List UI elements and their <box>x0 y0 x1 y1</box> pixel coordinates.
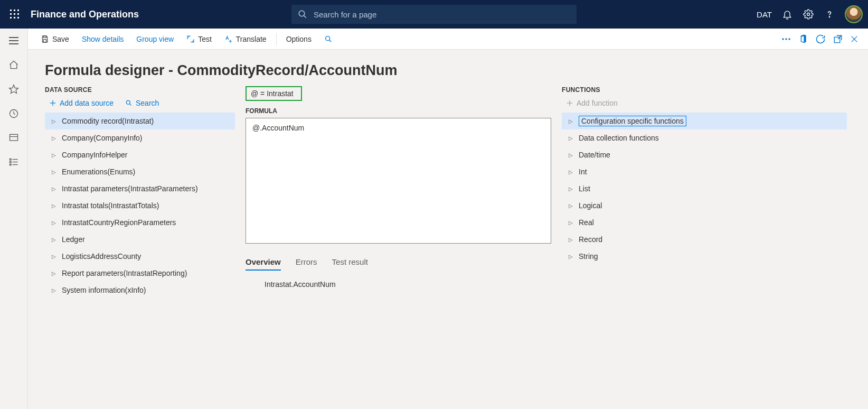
save-button[interactable]: Save <box>34 29 76 50</box>
svg-point-28 <box>326 36 330 40</box>
popout-icon[interactable] <box>833 34 843 44</box>
datasource-item-label: IntrastatCountryRegionParameters <box>62 218 176 227</box>
function-category-label: Data collection functions <box>579 134 659 142</box>
star-icon[interactable] <box>8 83 20 95</box>
svg-rect-4 <box>14 13 15 15</box>
options-button[interactable]: Options <box>280 29 318 50</box>
bell-icon[interactable] <box>781 8 793 20</box>
chevron-right-icon: ▷ <box>566 186 575 192</box>
svg-rect-3 <box>10 13 12 15</box>
datasource-item-label: Company(CompanyInfo) <box>62 134 143 142</box>
datasource-item[interactable]: ▷Ledger <box>45 231 235 248</box>
datasource-item[interactable]: ▷Company(CompanyInfo) <box>45 129 235 146</box>
app-launcher-icon[interactable] <box>5 5 24 24</box>
chevron-right-icon: ▷ <box>566 169 575 175</box>
function-category-item[interactable]: ▷Date/time <box>562 146 847 163</box>
datasource-item-label: Intrastat totals(IntrastatTotals) <box>62 201 159 210</box>
translate-button[interactable]: Translate <box>218 29 273 50</box>
svg-rect-32 <box>788 38 790 40</box>
datasource-heading: DATA SOURCE <box>45 86 235 94</box>
add-function-button: Add function <box>566 99 618 107</box>
function-category-item[interactable]: ▷Data collection functions <box>562 129 847 146</box>
svg-marker-16 <box>10 85 18 94</box>
datasource-item-label: CompanyInfoHelper <box>62 151 128 159</box>
svg-rect-20 <box>10 159 12 160</box>
chevron-right-icon: ▷ <box>566 152 575 158</box>
show-details-button[interactable]: Show details <box>76 29 130 50</box>
datasource-item[interactable]: ▷Enumerations(Enums) <box>45 163 235 180</box>
function-category-item[interactable]: ▷Configuration specific functions <box>562 113 847 129</box>
datasource-item[interactable]: ▷Report parameters(IntrastatReporting) <box>45 265 235 282</box>
function-category-item[interactable]: ▷Record <box>562 231 847 248</box>
svg-rect-1 <box>14 10 15 11</box>
result-tab[interactable]: Overview <box>246 257 281 271</box>
svg-line-29 <box>329 40 332 42</box>
svg-rect-8 <box>17 17 19 18</box>
datasource-item-label: Report parameters(IntrastatReporting) <box>62 269 187 277</box>
datasource-item-label: Intrastat parameters(IntrastatParameters… <box>62 184 198 193</box>
chevron-right-icon: ▷ <box>49 152 59 158</box>
search-datasource-button[interactable]: Search <box>125 99 159 107</box>
help-icon[interactable] <box>824 8 835 20</box>
chevron-right-icon: ▷ <box>49 118 59 124</box>
svg-point-9 <box>299 11 305 16</box>
result-tab[interactable]: Test result <box>332 257 368 271</box>
chevron-right-icon: ▷ <box>49 237 59 243</box>
function-category-item[interactable]: ▷String <box>562 248 847 265</box>
close-icon[interactable] <box>850 35 858 43</box>
home-icon[interactable] <box>8 59 20 71</box>
datasource-item-label: LogisticsAddressCounty <box>62 252 141 261</box>
datasource-item[interactable]: ▷CompanyInfoHelper <box>45 146 235 163</box>
office-icon[interactable] <box>798 34 808 44</box>
function-category-item[interactable]: ▷List <box>562 180 847 197</box>
command-bar: Save Show details Group view Test Transl… <box>28 29 868 50</box>
datasource-item[interactable]: ▷Intrastat parameters(IntrastatParameter… <box>45 180 235 197</box>
svg-line-10 <box>304 15 306 18</box>
modules-icon[interactable] <box>8 156 20 168</box>
svg-rect-7 <box>14 17 15 18</box>
function-category-item[interactable]: ▷Int <box>562 163 847 180</box>
datasource-item[interactable]: ▷Commodity record(Intrastat) <box>45 113 235 129</box>
function-category-label: Int <box>579 168 587 176</box>
datasource-item[interactable]: ▷System information(xInfo) <box>45 282 235 299</box>
nav-rail <box>0 29 28 409</box>
datasource-item[interactable]: ▷IntrastatCountryRegionParameters <box>45 214 235 231</box>
group-view-button[interactable]: Group view <box>130 29 180 50</box>
global-search[interactable]: Search for a page <box>291 5 577 24</box>
svg-point-12 <box>829 16 829 17</box>
add-datasource-button[interactable]: Add data source <box>49 99 114 107</box>
chevron-right-icon: ▷ <box>566 237 575 243</box>
chevron-right-icon: ▷ <box>566 220 575 226</box>
hamburger-icon[interactable] <box>8 35 20 47</box>
test-button[interactable]: Test <box>180 29 218 50</box>
function-category-label: Configuration specific functions <box>579 116 686 126</box>
workspace-icon[interactable] <box>8 132 20 144</box>
result-tabs: OverviewErrorsTest result <box>246 257 551 271</box>
function-category-item[interactable]: ▷Logical <box>562 197 847 214</box>
datasource-item-label: System information(xInfo) <box>62 286 146 294</box>
function-category-item[interactable]: ▷Real <box>562 214 847 231</box>
user-avatar[interactable] <box>845 5 863 23</box>
gear-icon[interactable] <box>803 8 814 20</box>
datasource-item[interactable]: ▷Intrastat totals(IntrastatTotals) <box>45 197 235 214</box>
app-connector-icon[interactable] <box>781 34 791 44</box>
top-bar: Finance and Operations Search for a page… <box>0 0 868 29</box>
formula-context: @ = Intrastat <box>246 86 302 101</box>
chevron-right-icon: ▷ <box>49 271 59 276</box>
overview-text: Intrastat.AccountNum <box>265 280 551 289</box>
company-indicator[interactable]: DAT <box>757 10 772 19</box>
function-category-label: Logical <box>579 201 602 210</box>
clock-icon[interactable] <box>8 108 20 119</box>
page-title: Formula designer - CommodityRecord/Accou… <box>45 62 847 79</box>
refresh-icon[interactable] <box>815 34 826 44</box>
datasource-item-label: Ledger <box>62 235 85 244</box>
search-toolbar-button[interactable] <box>318 29 339 50</box>
svg-rect-26 <box>43 36 46 38</box>
result-tab[interactable]: Errors <box>296 257 317 271</box>
formula-input[interactable] <box>246 118 551 244</box>
datasource-item[interactable]: ▷LogisticsAddressCounty <box>45 248 235 265</box>
search-placeholder: Search for a page <box>314 10 376 19</box>
datasource-tree: ▷Commodity record(Intrastat)▷Company(Com… <box>45 113 235 299</box>
formula-label: FORMULA <box>246 107 551 115</box>
function-category-label: List <box>579 184 590 193</box>
